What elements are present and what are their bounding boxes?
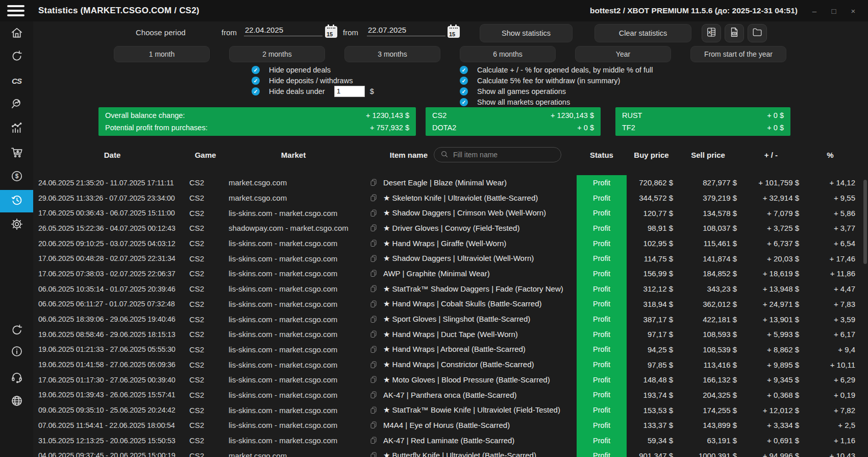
item-search-input[interactable] — [452, 150, 555, 159]
maximize-button[interactable]: □ — [824, 0, 844, 21]
sidebar-item-info[interactable] — [0, 341, 33, 364]
row-buy-price: 318,94 $ — [627, 300, 676, 308]
calendar-to-icon[interactable]: 15 — [448, 26, 460, 38]
filter-hide-deals-under: ✓ Hide deals under $ — [252, 86, 374, 97]
copy-icon[interactable] — [369, 299, 378, 309]
table-row[interactable]: 17.06.2025 00:36:43 - 06.07.2025 15:11:0… — [33, 205, 868, 221]
table-row[interactable]: 26.05.2025 15:22:36 - 04.07.2025 00:12:4… — [33, 221, 868, 236]
copy-icon[interactable] — [369, 193, 378, 203]
sidebar-item-sync[interactable] — [0, 320, 33, 342]
clear-statistics-button[interactable]: Clear statistics — [594, 24, 691, 42]
row-profit: + 0,368 $ — [740, 391, 802, 399]
table-row[interactable]: 17.06.2025 00:48:28 - 02.07.2025 22:31:3… — [33, 251, 868, 266]
checkbox-checked-icon[interactable]: ✓ — [460, 87, 468, 95]
export-excel-button[interactable]: X — [702, 24, 721, 42]
period-button-5[interactable]: Year — [575, 46, 671, 62]
table-row[interactable]: 07.06.2025 11:54:41 - 22.06.2025 18:00:5… — [33, 418, 868, 433]
info-icon — [10, 345, 23, 360]
copy-icon[interactable] — [369, 269, 378, 278]
row-market: lis-skins.com - market.csgo.com — [225, 375, 362, 384]
copy-icon[interactable] — [369, 405, 378, 415]
vertical-scrollbar[interactable] — [863, 180, 867, 264]
checkbox-checked-icon[interactable]: ✓ — [252, 87, 260, 95]
header-market: Market — [225, 151, 362, 159]
copy-icon[interactable] — [369, 345, 378, 354]
checkbox-checked-icon[interactable]: ✓ — [460, 66, 468, 74]
table-row[interactable]: 06.06.2025 18:39:06 - 29.06.2025 19:40:4… — [33, 311, 868, 327]
copy-icon[interactable] — [369, 390, 378, 400]
table-row[interactable]: 20.06.2025 09:10:25 - 03.07.2025 04:03:1… — [33, 236, 868, 251]
copy-icon[interactable] — [369, 238, 378, 248]
copy-icon[interactable] — [369, 284, 378, 294]
table-row[interactable]: 24.06.2025 21:35:20 - 11.07.2025 17:11:1… — [33, 175, 868, 190]
copy-icon[interactable] — [369, 223, 378, 233]
copy-icon[interactable] — [369, 329, 378, 339]
row-sell-price: 422,181 $ — [676, 315, 740, 324]
copy-icon[interactable] — [369, 451, 378, 457]
date-to-input[interactable] — [367, 26, 445, 36]
copy-icon[interactable] — [369, 360, 378, 370]
copy-icon[interactable] — [369, 178, 378, 187]
potential-profit-label: Potential profit from purchases: — [105, 124, 208, 132]
table-row[interactable]: 06.06.2025 10:35:14 - 01.07.2025 20:39:4… — [33, 281, 868, 297]
table-row[interactable]: 29.06.2025 11:33:26 - 07.07.2025 23:34:0… — [33, 190, 868, 206]
copy-icon[interactable] — [369, 375, 378, 384]
date-from-input[interactable] — [244, 26, 323, 36]
checkbox-checked-icon[interactable]: ✓ — [252, 66, 260, 74]
table-row[interactable]: 19.06.2025 08:58:46 - 29.06.2025 18:15:1… — [33, 327, 868, 342]
sidebar-item-settings[interactable] — [0, 214, 33, 236]
table-row[interactable]: 19.06.2025 01:21:33 - 27.06.2025 05:55:3… — [33, 342, 868, 357]
table-row[interactable]: 17.06.2025 01:17:30 - 27.06.2025 00:39:4… — [33, 372, 868, 388]
sidebar-item-market-search[interactable] — [0, 93, 33, 116]
sidebar-item-purchases[interactable] — [0, 142, 33, 164]
potential-profit-value: + 757,932 $ — [370, 124, 409, 132]
row-market: shadowpay.com - market.csgo.com — [225, 224, 362, 232]
sidebar-item-history[interactable] — [0, 190, 33, 212]
copy-icon[interactable] — [369, 208, 378, 218]
period-button-6[interactable]: From start of the year — [690, 46, 786, 62]
row-status-badge: Profit — [577, 205, 627, 221]
table-row[interactable]: 31.05.2025 12:13:25 - 20.06.2025 15:50:5… — [33, 433, 868, 448]
period-button-4[interactable]: 6 months — [460, 46, 556, 62]
sidebar-item-support[interactable] — [0, 367, 33, 390]
copy-icon[interactable] — [369, 420, 378, 430]
sidebar-item-cs[interactable]: CS — [0, 69, 33, 92]
checkbox-checked-icon[interactable]: ✓ — [460, 77, 468, 85]
calendar-from-icon[interactable]: 15 — [325, 26, 337, 38]
table-row[interactable]: 19.06.2025 01:39:43 - 26.06.2025 15:57:4… — [33, 388, 868, 403]
period-button-1[interactable]: 1 month — [114, 46, 210, 62]
table-row[interactable]: 19.06.2025 01:41:58 - 27.06.2025 05:09:3… — [33, 357, 868, 372]
minimize-button[interactable]: – — [805, 0, 824, 21]
row-item-name: ★ Hand Wraps | Cobalt Skulls (Battle-Sca… — [383, 299, 542, 308]
sidebar-item-statistics[interactable] — [0, 117, 33, 140]
close-button[interactable]: × — [844, 0, 863, 21]
sidebar-item-language[interactable] — [0, 391, 33, 413]
table-row[interactable]: 17.06.2025 07:38:03 - 02.07.2025 22:06:3… — [33, 266, 868, 281]
copy-icon[interactable] — [369, 315, 378, 324]
copy-icon[interactable] — [369, 254, 378, 263]
export-csv-button[interactable]: CSV — [725, 24, 744, 42]
table-row[interactable]: 06.06.2025 06:11:27 - 01.07.2025 07:32:4… — [33, 297, 868, 312]
checkbox-checked-icon[interactable]: ✓ — [460, 98, 468, 106]
copy-icon[interactable] — [369, 436, 378, 445]
period-button-2[interactable]: 2 months — [229, 46, 325, 62]
sidebar-item-home[interactable] — [0, 22, 33, 45]
show-statistics-button[interactable]: Show statistics — [480, 24, 573, 42]
row-date: 17.06.2025 00:48:28 - 02.07.2025 22:31:3… — [38, 254, 186, 262]
period-button-3[interactable]: 3 months — [344, 46, 440, 62]
row-profit: + 9,345 $ — [740, 375, 802, 384]
item-search-box — [434, 147, 561, 162]
summary-tf2-line: TF2 + 0 $ — [615, 124, 790, 132]
checkbox-checked-icon[interactable]: ✓ — [252, 77, 260, 85]
hide-deals-amount-input[interactable] — [334, 86, 365, 97]
row-date: 31.05.2025 12:13:25 - 20.06.2025 15:50:5… — [38, 437, 186, 445]
row-item-name: ★ Skeleton Knife | Ultraviolet (Battle-S… — [383, 194, 538, 203]
open-folder-button[interactable] — [748, 24, 767, 42]
deals-table: 24.06.2025 21:35:20 - 11.07.2025 17:11:1… — [33, 175, 868, 457]
menu-icon[interactable] — [7, 5, 24, 16]
sync-icon — [10, 323, 23, 339]
sidebar-item-trade[interactable] — [0, 46, 33, 68]
table-row[interactable]: 04.06.2025 09:37:45 - 20.06.2025 15:00:1… — [33, 448, 868, 457]
table-row[interactable]: 09.06.2025 09:35:10 - 25.06.2025 20:24:4… — [33, 402, 868, 418]
sidebar-item-sales[interactable]: $ — [0, 166, 33, 188]
